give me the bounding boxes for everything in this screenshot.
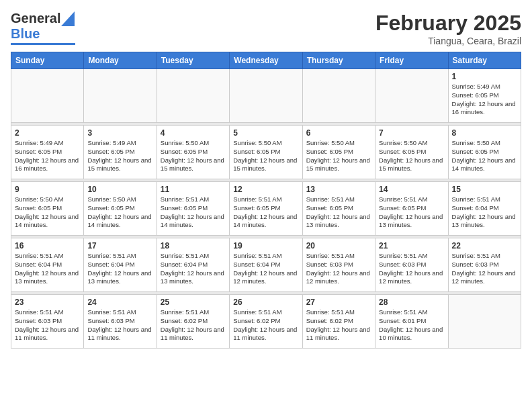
day-info: Sunrise: 5:50 AM Sunset: 6:05 PM Dayligh… — [15, 195, 80, 230]
calendar-week-row: 23Sunrise: 5:51 AM Sunset: 6:03 PM Dayli… — [11, 295, 521, 349]
day-number: 21 — [379, 241, 444, 250]
calendar-subtitle: Tiangua, Ceara, Brazil — [375, 36, 521, 46]
page-header: General Blue February 2025 Tiangua, Cear… — [11, 11, 521, 46]
day-info: Sunrise: 5:51 AM Sunset: 6:04 PM Dayligh… — [161, 252, 226, 286]
calendar-cell: 16Sunrise: 5:51 AM Sunset: 6:04 PM Dayli… — [11, 238, 84, 292]
day-info: Sunrise: 5:51 AM Sunset: 6:04 PM Dayligh… — [15, 252, 80, 286]
day-number: 4 — [161, 128, 226, 138]
day-info: Sunrise: 5:50 AM Sunset: 6:05 PM Dayligh… — [233, 139, 298, 173]
calendar-title: February 2025 — [375, 11, 521, 36]
day-info: Sunrise: 5:51 AM Sunset: 6:04 PM Dayligh… — [87, 252, 152, 286]
day-number: 24 — [87, 298, 152, 307]
day-number: 2 — [15, 128, 80, 138]
calendar-cell: 12Sunrise: 5:51 AM Sunset: 6:05 PM Dayli… — [230, 182, 302, 236]
calendar-cell: 23Sunrise: 5:51 AM Sunset: 6:03 PM Dayli… — [11, 295, 84, 349]
day-number: 14 — [379, 185, 444, 194]
day-number: 16 — [15, 241, 80, 250]
day-info: Sunrise: 5:51 AM Sunset: 6:03 PM Dayligh… — [306, 252, 371, 286]
calendar-cell: 2Sunrise: 5:49 AM Sunset: 6:05 PM Daylig… — [11, 126, 84, 179]
day-info: Sunrise: 5:51 AM Sunset: 6:01 PM Dayligh… — [379, 308, 444, 342]
day-number: 22 — [452, 241, 517, 250]
day-info: Sunrise: 5:51 AM Sunset: 6:05 PM Dayligh… — [379, 195, 444, 230]
calendar-cell — [157, 69, 229, 123]
weekday-header-saturday: Saturday — [448, 52, 521, 69]
logo: General Blue — [11, 11, 75, 45]
calendar-cell: 18Sunrise: 5:51 AM Sunset: 6:04 PM Dayli… — [157, 238, 229, 292]
calendar-cell: 24Sunrise: 5:51 AM Sunset: 6:03 PM Dayli… — [84, 295, 157, 349]
calendar-cell: 9Sunrise: 5:50 AM Sunset: 6:05 PM Daylig… — [11, 182, 84, 236]
weekday-header-thursday: Thursday — [302, 52, 375, 69]
calendar-cell: 19Sunrise: 5:51 AM Sunset: 6:04 PM Dayli… — [230, 238, 302, 292]
day-info: Sunrise: 5:51 AM Sunset: 6:03 PM Dayligh… — [452, 252, 517, 286]
day-number: 5 — [233, 128, 298, 138]
logo-blue-text: Blue — [11, 26, 40, 42]
calendar-table: SundayMondayTuesdayWednesdayThursdayFrid… — [11, 52, 521, 349]
calendar-cell: 4Sunrise: 5:50 AM Sunset: 6:05 PM Daylig… — [157, 126, 229, 179]
weekday-header-wednesday: Wednesday — [230, 52, 302, 69]
day-info: Sunrise: 5:51 AM Sunset: 6:05 PM Dayligh… — [161, 195, 226, 230]
day-number: 25 — [161, 298, 226, 307]
day-info: Sunrise: 5:50 AM Sunset: 6:05 PM Dayligh… — [452, 139, 517, 173]
calendar-cell: 6Sunrise: 5:50 AM Sunset: 6:05 PM Daylig… — [302, 126, 375, 179]
day-number: 18 — [161, 241, 226, 250]
calendar-cell: 1Sunrise: 5:49 AM Sunset: 6:05 PM Daylig… — [448, 69, 521, 123]
day-info: Sunrise: 5:51 AM Sunset: 6:03 PM Dayligh… — [15, 308, 80, 342]
day-info: Sunrise: 5:51 AM Sunset: 6:04 PM Dayligh… — [233, 252, 298, 286]
day-number: 17 — [87, 241, 152, 250]
calendar-week-row: 9Sunrise: 5:50 AM Sunset: 6:05 PM Daylig… — [11, 182, 521, 236]
calendar-week-row: 16Sunrise: 5:51 AM Sunset: 6:04 PM Dayli… — [11, 238, 521, 292]
calendar-cell: 27Sunrise: 5:51 AM Sunset: 6:02 PM Dayli… — [302, 295, 375, 349]
day-info: Sunrise: 5:50 AM Sunset: 6:05 PM Dayligh… — [161, 139, 226, 173]
calendar-cell: 22Sunrise: 5:51 AM Sunset: 6:03 PM Dayli… — [448, 238, 521, 292]
day-number: 10 — [87, 185, 152, 194]
day-info: Sunrise: 5:51 AM Sunset: 6:03 PM Dayligh… — [87, 308, 152, 342]
day-info: Sunrise: 5:51 AM Sunset: 6:05 PM Dayligh… — [306, 195, 371, 230]
weekday-header-friday: Friday — [375, 52, 448, 69]
day-info: Sunrise: 5:50 AM Sunset: 6:05 PM Dayligh… — [87, 195, 152, 230]
day-number: 15 — [452, 185, 517, 194]
weekday-header-sunday: Sunday — [11, 52, 84, 69]
calendar-cell: 20Sunrise: 5:51 AM Sunset: 6:03 PM Dayli… — [302, 238, 375, 292]
day-number: 13 — [306, 185, 371, 194]
day-number: 9 — [15, 185, 80, 194]
title-block: February 2025 Tiangua, Ceara, Brazil — [375, 11, 521, 46]
day-number: 26 — [233, 298, 298, 307]
day-number: 20 — [306, 241, 371, 250]
calendar-cell — [84, 69, 157, 123]
day-number: 3 — [87, 128, 152, 138]
calendar-cell: 7Sunrise: 5:50 AM Sunset: 6:05 PM Daylig… — [375, 126, 448, 179]
day-number: 11 — [161, 185, 226, 194]
day-number: 28 — [379, 298, 444, 307]
day-number: 6 — [306, 128, 371, 138]
day-info: Sunrise: 5:49 AM Sunset: 6:05 PM Dayligh… — [15, 139, 80, 173]
calendar-cell: 26Sunrise: 5:51 AM Sunset: 6:02 PM Dayli… — [230, 295, 302, 349]
day-number: 12 — [233, 185, 298, 194]
calendar-week-row: 2Sunrise: 5:49 AM Sunset: 6:05 PM Daylig… — [11, 126, 521, 179]
calendar-cell: 14Sunrise: 5:51 AM Sunset: 6:05 PM Dayli… — [375, 182, 448, 236]
day-info: Sunrise: 5:51 AM Sunset: 6:02 PM Dayligh… — [306, 308, 371, 342]
day-info: Sunrise: 5:51 AM Sunset: 6:02 PM Dayligh… — [233, 308, 298, 342]
calendar-cell: 5Sunrise: 5:50 AM Sunset: 6:05 PM Daylig… — [230, 126, 302, 179]
day-info: Sunrise: 5:49 AM Sunset: 6:05 PM Dayligh… — [452, 83, 517, 117]
day-number: 8 — [452, 128, 517, 138]
day-number: 7 — [379, 128, 444, 138]
calendar-cell: 21Sunrise: 5:51 AM Sunset: 6:03 PM Dayli… — [375, 238, 448, 292]
calendar-cell: 3Sunrise: 5:49 AM Sunset: 6:05 PM Daylig… — [84, 126, 157, 179]
day-info: Sunrise: 5:50 AM Sunset: 6:05 PM Dayligh… — [306, 139, 371, 173]
day-info: Sunrise: 5:51 AM Sunset: 6:05 PM Dayligh… — [233, 195, 298, 230]
day-info: Sunrise: 5:51 AM Sunset: 6:02 PM Dayligh… — [161, 308, 226, 342]
logo-underline — [11, 43, 75, 45]
logo-icon — [61, 11, 75, 26]
calendar-cell: 10Sunrise: 5:50 AM Sunset: 6:05 PM Dayli… — [84, 182, 157, 236]
calendar-cell: 8Sunrise: 5:50 AM Sunset: 6:05 PM Daylig… — [448, 126, 521, 179]
calendar-cell: 11Sunrise: 5:51 AM Sunset: 6:05 PM Dayli… — [157, 182, 229, 236]
day-info: Sunrise: 5:51 AM Sunset: 6:03 PM Dayligh… — [379, 252, 444, 286]
calendar-cell: 25Sunrise: 5:51 AM Sunset: 6:02 PM Dayli… — [157, 295, 229, 349]
day-info: Sunrise: 5:51 AM Sunset: 6:04 PM Dayligh… — [452, 195, 517, 230]
calendar-cell — [230, 69, 302, 123]
calendar-cell — [11, 69, 84, 123]
weekday-header-row: SundayMondayTuesdayWednesdayThursdayFrid… — [11, 52, 521, 69]
weekday-header-monday: Monday — [84, 52, 157, 69]
calendar-cell: 15Sunrise: 5:51 AM Sunset: 6:04 PM Dayli… — [448, 182, 521, 236]
calendar-cell: 13Sunrise: 5:51 AM Sunset: 6:05 PM Dayli… — [302, 182, 375, 236]
